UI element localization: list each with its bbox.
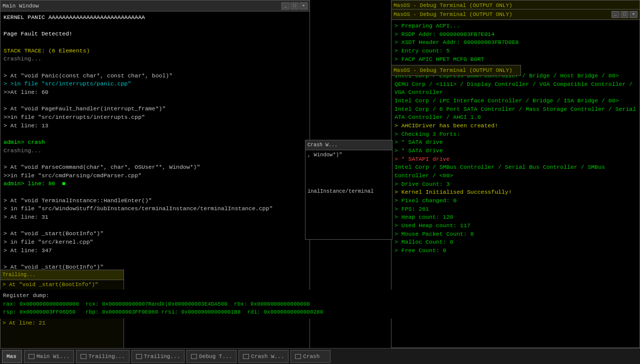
co-blank4 xyxy=(308,181,390,188)
crash-overlay-titlebar: Crash W... xyxy=(306,140,392,150)
debug-line-kernel-init: > Kernel Initialised Successfully! xyxy=(394,188,636,197)
register-rax: rax: 0x0000000000000000 rcx: 0x000000000… xyxy=(3,300,392,309)
line-pagefault: Page Fault Detected! xyxy=(4,30,306,38)
taskbar-label-5: Crash W... xyxy=(251,354,284,360)
debug-line-intel3: Intel Corp / 6 Port SATA Controller / Ma… xyxy=(394,105,636,122)
taskbar-icon-1 xyxy=(28,354,34,359)
line-infile2: >>in file "src/interrupts/interrupts.cpp… xyxy=(4,113,306,122)
debug-line-sata1: > * SATA drive xyxy=(394,138,636,147)
co-blank2 xyxy=(308,166,390,173)
line-at4: > At "void TerminalInstance::HandleEnter… xyxy=(4,197,306,205)
taskbar-crash-1[interactable]: Crash W... xyxy=(238,350,288,363)
main-window-content: KERNEL PANIC AAAAAAAAAAAAAAAAAAAAAAAAAAA… xyxy=(0,11,310,290)
debug-title-bg-text: MasOS - Debug Terminal (OUTPUT ONLY) xyxy=(394,2,512,8)
debug-lines: > Preparing ACPI... > RSDP Addr: 0000000… xyxy=(392,20,640,257)
start-button[interactable]: Mas xyxy=(2,350,22,363)
debug-window-controls: _ □ × xyxy=(612,11,638,18)
line-atline4: > At line: 31 xyxy=(4,213,306,222)
taskbar: Mas Main Wi... Trailing... Trailing... D… xyxy=(0,348,640,364)
co-line2: inalInstance/terminal xyxy=(308,188,390,195)
debug-title2-text: MasOS - Debug Terminal (OUTPUT ONLY) xyxy=(394,11,512,17)
taskbar-icon-4 xyxy=(191,354,197,359)
crash-overlay-title: Crash W... xyxy=(308,142,338,148)
register-section: Register dump: rax: 0x0000000000000000 r… xyxy=(0,290,395,319)
co-blank xyxy=(308,159,390,166)
line-atline2: > At line: 13 xyxy=(4,122,306,130)
line-admin2: admin> line: 86 ■ xyxy=(4,180,306,188)
overlay-titlebar: Trailing... xyxy=(0,270,124,280)
taskbar-label-3: Trailing... xyxy=(144,354,180,360)
small-debug-overlay-text: MasOS - Debug Terminal (OUTPUT ONLY) xyxy=(394,67,512,73)
debug-minimize-btn[interactable]: _ xyxy=(612,11,620,18)
debug-line-acpi: > Preparing ACPI... xyxy=(394,22,636,30)
debug-line-entry: > Entry count: 5 xyxy=(394,47,636,55)
debug-line-facp: > FACP APIC HPET MCFG BGRT xyxy=(394,55,636,64)
line-crashing1: Crashing... xyxy=(4,55,306,63)
taskbar-crash-2[interactable]: Crash xyxy=(290,350,330,363)
maximize-button[interactable]: □ xyxy=(290,2,298,9)
line-at2: > At "void PageFault_handler(interrupt_f… xyxy=(4,105,306,113)
debug-line-sata2: > * SATA drive xyxy=(394,147,636,155)
taskbar-label-6: Crash xyxy=(303,354,320,360)
line-blank6 xyxy=(4,155,306,163)
line-blank2 xyxy=(4,38,306,47)
taskbar-debug[interactable]: Debug T... xyxy=(186,350,236,363)
line-infile3: >>in file "src/cmdParsing/cmdParser.cpp" xyxy=(4,172,306,180)
debug-maximize-btn[interactable]: □ xyxy=(620,11,628,18)
taskbar-label-4: Debug T... xyxy=(199,354,232,360)
main-window-title: Main Window xyxy=(2,3,39,9)
small-debug-overlay: MasOS - Debug Terminal (OUTPUT ONLY) xyxy=(391,65,521,76)
line-blank5 xyxy=(4,130,306,138)
line-atline1: >>At line: 60 xyxy=(4,88,306,97)
crash-overlay-content: , Window*)" inalInstance/terminal xyxy=(306,150,392,196)
taskbar-label-2: Trailing... xyxy=(88,354,125,360)
taskbar-icon-3 xyxy=(136,354,142,359)
line-infile5: > in file "src/kernel.cpp" xyxy=(4,238,306,247)
debug-line-qemu: QEMU Corp / <1111> / Display Controller … xyxy=(394,80,636,97)
line-1: KERNEL PANIC AAAAAAAAAAAAAAAAAAAAAAAAAAA… xyxy=(4,13,306,22)
debug-line-malloc: > Malloc Count: 0 xyxy=(394,238,636,247)
debug-line-heap: > Heap count: 120 xyxy=(394,213,636,222)
line-blank8 xyxy=(4,222,306,230)
debug-line-intel4: Intel Corp / SMBus Controller / Serial B… xyxy=(394,163,636,180)
line-crashing2: Crashing... xyxy=(4,147,306,155)
line-infile1: > >in file "src/interrupts/panic.cpp" xyxy=(4,80,306,88)
co-blank3 xyxy=(308,173,390,181)
overlay-title: Trailing... xyxy=(2,272,36,278)
taskbar-icon-2 xyxy=(80,354,86,359)
taskbar-trailing-1[interactable]: Trailing... xyxy=(76,350,130,363)
debug-line-intel2: Intel Corp / LPC Interface Controller / … xyxy=(394,97,636,105)
debug-close-btn[interactable]: × xyxy=(630,11,638,18)
main-window-titlebar: Main Window _ □ × xyxy=(0,0,310,11)
debug-line-mouse: > Mouse Packet Count: 0 xyxy=(394,230,636,239)
co-line1: , Window*)" xyxy=(308,151,390,159)
debug-line-fps: > FPS: 261 xyxy=(394,205,636,214)
line-blank xyxy=(4,22,306,30)
taskbar-trailing-2[interactable]: Trailing... xyxy=(132,350,185,363)
register-rsp: rsp: 0x00000003FF06D50 rbp: 0x00000003FF… xyxy=(3,308,392,317)
line-blank9 xyxy=(4,255,306,263)
close-button[interactable]: × xyxy=(300,2,308,9)
line-blank7 xyxy=(4,188,306,197)
taskbar-label-1: Main Wi... xyxy=(36,354,70,360)
line-at3: > At "void ParseCommand(char*, char*, OS… xyxy=(4,163,306,172)
line-admin1: admin> crash xyxy=(4,138,306,147)
debug-line-usedheap: > Used Heap count: 117 xyxy=(394,222,636,230)
debug-line-checking: > Checking 3 Ports: xyxy=(394,130,636,139)
taskbar-icon-5 xyxy=(243,354,249,359)
minimize-button[interactable]: _ xyxy=(282,2,290,9)
debug-line-drive: > Drive Count: 3 xyxy=(394,180,636,189)
taskbar-main-window[interactable]: Main Wi... xyxy=(24,350,74,363)
line-infile4: > in file "src/WindowStuff/SubInstances/… xyxy=(4,205,306,213)
line-atline5: > At line: 347 xyxy=(4,247,306,255)
crash-overlay: Crash W... , Window*)" inalInstance/term… xyxy=(305,140,392,240)
main-window-controls: _ □ × xyxy=(282,2,308,9)
ov-line4: > At line: 21 xyxy=(2,320,122,327)
register-label: Register dump: xyxy=(3,292,392,300)
ov-line1: > At "void _start(BootInfo*)" xyxy=(2,281,122,289)
debug-window-title2: MasOS - Debug Terminal (OUTPUT ONLY) _ □… xyxy=(391,9,640,20)
taskbar-icon-6 xyxy=(295,354,301,359)
debug-line-xsdt: > XSDT Header Addr: 000000003FB7D0E8 xyxy=(394,38,636,47)
debug-line-rsdp: > RSDP Addr: 000000003FB7E014 xyxy=(394,30,636,39)
debug-line-ahci: > AHCIDriver has been created! xyxy=(394,122,636,130)
